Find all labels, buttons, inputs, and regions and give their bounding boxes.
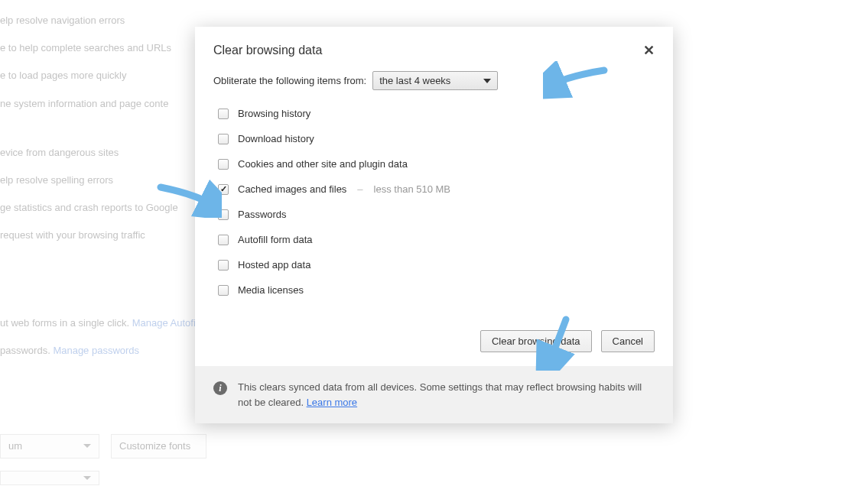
- checkbox[interactable]: [218, 109, 229, 119]
- checkbox-label: Browsing history: [238, 108, 310, 119]
- close-icon[interactable]: ✕: [643, 44, 655, 57]
- checkbox-extra: less than 510 MB: [374, 183, 450, 195]
- checkbox[interactable]: [218, 159, 229, 170]
- footer-text-wrap: This clears synced data from all devices…: [238, 380, 655, 410]
- checkbox-row-browsing-history: Browsing history: [218, 101, 655, 126]
- timeframe-select[interactable]: the last 4 weeks: [372, 71, 498, 90]
- dialog-title: Clear browsing data: [213, 44, 322, 57]
- checkbox-row-passwords: Passwords: [218, 202, 655, 227]
- bg-select-1[interactable]: um: [0, 434, 99, 458]
- annotation-arrow-icon: [535, 313, 581, 371]
- annotation-arrow-icon: [153, 180, 222, 218]
- checkbox[interactable]: [218, 235, 229, 245]
- checkbox-label: Hosted app data: [238, 259, 310, 271]
- checkbox-label: Autofill form data: [238, 234, 313, 245]
- bg-select-3[interactable]: [0, 471, 99, 485]
- chevron-down-icon: [83, 444, 91, 448]
- checkbox[interactable]: [218, 260, 229, 271]
- checkbox-row-media-licenses: Media licenses: [218, 277, 655, 303]
- checkbox-row-cached: Cached images and files – less than 510 …: [218, 177, 655, 202]
- obliterate-label: Obliterate the following items from:: [213, 75, 366, 86]
- dialog-body: Obliterate the following items from: the…: [195, 66, 673, 316]
- chevron-down-icon: [83, 476, 91, 480]
- bg-line: elp resolve navigation errors: [0, 14, 868, 28]
- timeframe-value: the last 4 weeks: [379, 75, 450, 86]
- cancel-button[interactable]: Cancel: [601, 330, 655, 352]
- chevron-down-icon: [483, 79, 491, 83]
- checkbox-label: Cookies and other site and plugin data: [238, 158, 408, 170]
- checkbox[interactable]: [218, 285, 229, 296]
- dialog-buttons: Clear browsing data Cancel: [195, 316, 673, 366]
- bg-select-2[interactable]: Customize fonts: [111, 434, 206, 458]
- footer-text: This clears synced data from all devices…: [238, 381, 642, 408]
- checkbox-list: Browsing history Download history Cookie…: [213, 101, 655, 303]
- checkbox-label: Media licenses: [238, 284, 304, 296]
- dialog-footer: i This clears synced data from all devic…: [195, 366, 673, 423]
- manage-passwords-link[interactable]: Manage passwords: [53, 345, 139, 356]
- checkbox[interactable]: [218, 134, 229, 144]
- learn-more-link[interactable]: Learn more: [307, 397, 357, 408]
- info-icon: i: [213, 381, 227, 395]
- checkbox-label: Download history: [238, 133, 314, 144]
- checkbox-label: Cached images and files: [238, 183, 346, 195]
- checkbox-row-cookies: Cookies and other site and plugin data: [218, 151, 655, 177]
- checkbox-row-hosted-app: Hosted app data: [218, 252, 655, 277]
- checkbox-row-download-history: Download history: [218, 126, 655, 151]
- checkbox-row-autofill: Autofill form data: [218, 227, 655, 252]
- checkbox-label: Passwords: [238, 209, 287, 220]
- annotation-arrow-icon: [543, 61, 612, 99]
